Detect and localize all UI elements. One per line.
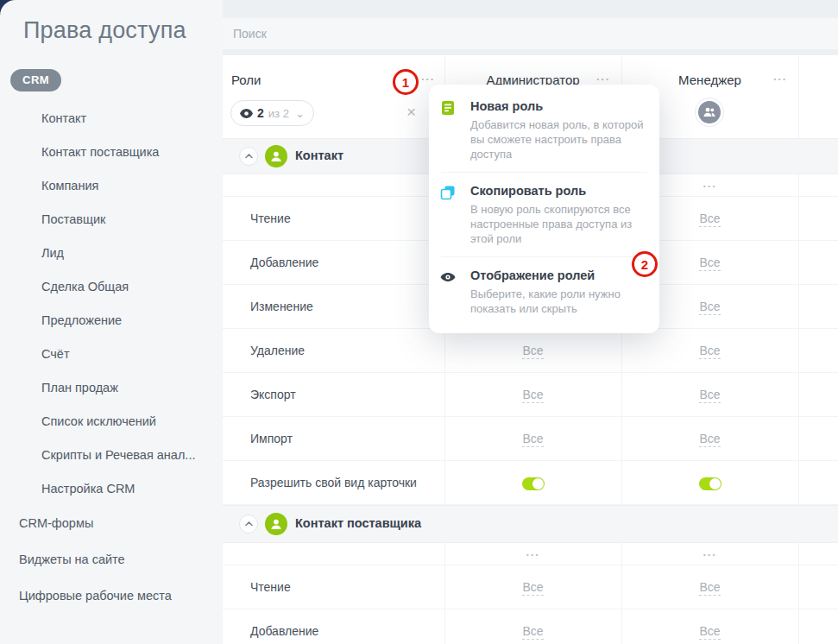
sidebar-item-digital-workplaces[interactable]: Цифровые рабочие места [19, 578, 172, 614]
menu-item-title: Новая роль [470, 99, 646, 113]
cell-menu-icon[interactable]: ··· [703, 180, 717, 193]
permission-label: Добавление [250, 624, 318, 638]
menu-item-new-role[interactable]: Новая роль Добавится новая роль, в котор… [429, 88, 659, 172]
eye-icon [440, 269, 456, 285]
roles-dropdown-menu: Новая роль Добавится новая роль, в котор… [429, 85, 659, 333]
sidebar-item-contact[interactable]: Контакт [41, 102, 195, 136]
menu-item-title: Скопировать роль [470, 184, 646, 198]
table-row: Добавление Все Все [223, 609, 838, 644]
toggle-on[interactable] [522, 477, 545, 490]
copy-role-icon [440, 185, 456, 200]
menu-item-title: Отображение ролей [470, 268, 646, 282]
search-bar [223, 0, 838, 55]
cell-menu-icon[interactable]: ··· [526, 548, 540, 561]
permission-label: Экспорт [250, 388, 296, 401]
chevron-down-icon: ⌄ [295, 107, 305, 120]
sidebar-root-list: CRM-формы Виджеты на сайте Цифровые рабо… [19, 505, 172, 614]
annotation-number: 2 [641, 257, 648, 272]
sidebar-item-quote[interactable]: Предложение [41, 304, 195, 338]
sidebar-item-crm-forms[interactable]: CRM-формы [19, 505, 172, 541]
annotation-number: 1 [402, 75, 409, 90]
search-input[interactable] [223, 18, 838, 49]
sidebar-item-scripts[interactable]: Скрипты и Речевая анал... [41, 439, 195, 472]
permission-label: Чтение [250, 212, 291, 225]
menu-item-description: Добавится новая роль, в которой вы сможе… [470, 117, 646, 161]
toggle-knob [709, 478, 721, 489]
permission-label: Добавление [250, 256, 318, 269]
toggle-knob [532, 478, 544, 489]
permission-value-link[interactable]: Все [522, 624, 543, 640]
sidebar-item-sales-plan[interactable]: План продаж [41, 371, 195, 405]
permission-label: Чтение [250, 580, 291, 594]
section-title: Контакт поставщика [295, 516, 421, 530]
table-row: Импорт Все Все [223, 417, 838, 461]
sidebar-item-deal-general[interactable]: Сделка Общая [41, 270, 195, 304]
sidebar-item-company[interactable]: Компания [41, 169, 195, 203]
people-icon [698, 101, 721, 123]
new-role-icon [440, 100, 456, 116]
roles-filter-pill[interactable]: 2 из 2 ⌄ [230, 100, 314, 126]
cell-menu-icon[interactable]: ··· [703, 548, 717, 561]
sidebar-item-supplier[interactable]: Поставщик [41, 203, 195, 237]
permission-label: Разрешить свой вид карточки [250, 476, 417, 489]
permission-value-link[interactable]: Все [522, 344, 543, 359]
permission-label: Импорт [250, 432, 293, 445]
section-title: Контакт [295, 148, 343, 162]
section-tools-row: ··· ··· [223, 543, 838, 565]
manager-column-menu-icon[interactable]: ··· [773, 73, 787, 85]
sidebar-item-invoice[interactable]: Счёт [41, 338, 195, 371]
permission-value-link[interactable]: Все [522, 580, 543, 596]
chevron-up-icon[interactable] [239, 515, 258, 534]
entity-avatar-icon [265, 145, 287, 167]
permission-value-link[interactable]: Все [699, 388, 720, 403]
menu-item-description: Выберите, какие роли нужно показать или … [470, 287, 646, 316]
sidebar: Права доступа CRM Контакт Контакт постав… [0, 0, 223, 644]
table-row: Чтение Все Все [223, 565, 838, 609]
sidebar-crm-list: Контакт Контакт поставщика Компания Пост… [41, 102, 195, 506]
sidebar-item-exclusion-list[interactable]: Список исключений [41, 405, 195, 439]
section-header-supplier-contact[interactable]: Контакт поставщика [223, 505, 838, 543]
permission-label: Удаление [250, 344, 305, 357]
entity-avatar-icon [265, 513, 287, 535]
admin-column-menu-icon[interactable]: ··· [596, 73, 610, 85]
menu-item-copy-role[interactable]: Скопировать роль В новую роль скопируютс… [429, 173, 659, 256]
annotation-circle-1: 1 [393, 69, 419, 95]
menu-item-show-roles[interactable]: Отображение ролей Выберите, какие роли н… [429, 257, 659, 326]
crm-section-badge[interactable]: CRM [10, 69, 61, 92]
menu-item-description: В новую роль скопируются все настроенные… [470, 202, 646, 246]
filter-clear-icon[interactable]: × [406, 104, 416, 120]
sidebar-item-supplier-contact[interactable]: Контакт поставщика [41, 136, 195, 169]
sidebar-item-lead[interactable]: Лид [41, 237, 195, 270]
permission-value-link[interactable]: Все [699, 256, 720, 271]
permission-value-link[interactable]: Все [699, 432, 720, 447]
permission-value-link[interactable]: Все [699, 300, 720, 315]
sidebar-item-crm-settings[interactable]: Настройка CRM [41, 472, 195, 506]
sidebar-item-site-widgets[interactable]: Виджеты на сайте [19, 541, 172, 578]
permission-value-link[interactable]: Все [699, 624, 720, 640]
permission-label: Изменение [250, 300, 313, 313]
filter-of-label: из 2 [268, 107, 289, 120]
toggle-on[interactable] [699, 477, 721, 490]
permission-value-link[interactable]: Все [522, 432, 543, 447]
manager-avatar[interactable] [695, 98, 724, 127]
permission-value-link[interactable]: Все [699, 212, 720, 227]
roles-menu-icon[interactable]: ··· [421, 73, 435, 85]
table-row: Экспорт Все Все [223, 373, 838, 417]
permission-value-link[interactable]: Все [699, 580, 720, 596]
table-row: Удаление Все Все [223, 329, 838, 373]
filter-count: 2 [257, 106, 264, 120]
permission-value-link[interactable]: Все [522, 388, 543, 403]
eye-icon [240, 109, 253, 118]
chevron-up-icon[interactable] [239, 147, 258, 166]
annotation-circle-2: 2 [632, 251, 658, 277]
page-title: Права доступа [23, 17, 186, 44]
roles-column-title: Роли [231, 73, 261, 87]
permission-value-link[interactable]: Все [699, 344, 720, 359]
table-row: Разрешить свой вид карточки [223, 461, 838, 505]
